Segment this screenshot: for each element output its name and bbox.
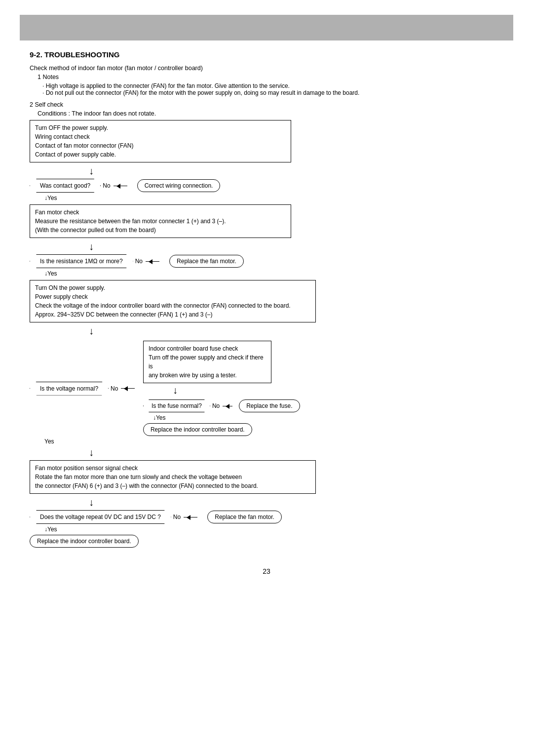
arrow-down-5: ↓ xyxy=(89,447,94,458)
arrow-line-5 xyxy=(184,517,197,517)
flowchart-box1: Turn OFF the power supply. Wiring contac… xyxy=(30,120,503,162)
conditions-label: Conditions : The indoor fan does not rot… xyxy=(38,110,503,117)
result-board2-box: Replace the indoor controller board. xyxy=(30,535,139,548)
arrow-head-1 xyxy=(116,184,131,189)
header-bar xyxy=(20,15,513,40)
svg-marker-1 xyxy=(149,259,152,264)
arrow-line-2 xyxy=(146,261,159,262)
self-check-label: 2 Self check xyxy=(30,101,503,108)
diamond1-row: Was contact good? No Correct wiring conn… xyxy=(30,179,503,193)
flowchart-box5: Fan motor position sensor signal check R… xyxy=(30,460,503,494)
arrow-head-5 xyxy=(187,515,201,520)
result-board1-box: Replace the indoor controller board. xyxy=(143,423,252,436)
box2-line1: Fan motor check xyxy=(35,209,79,216)
arrow-head-2 xyxy=(149,259,163,264)
svg-marker-4 xyxy=(187,515,190,520)
result5-text: Replace the fan motor. xyxy=(215,514,274,520)
result-board2-text: Replace the indoor controller board. xyxy=(37,538,131,545)
sub-flow-box4: Indoor controller board fuse check Turn … xyxy=(143,341,300,436)
diamond4-row: Is the fuse normal? No Replace the fuse. xyxy=(143,399,300,412)
notes-label: 1 Notes xyxy=(38,74,503,80)
arrow-down-3: ↓ xyxy=(89,325,94,336)
arrow-line-1 xyxy=(114,186,127,186)
page-number: 23 xyxy=(30,567,503,575)
box5-line1: Fan motor position sensor signal check xyxy=(35,465,138,472)
box4-line1: Indoor controller board fuse check xyxy=(149,345,238,352)
note1: · High voltage is applied to the connect… xyxy=(42,82,503,89)
box1-line2: Wiring contact check xyxy=(35,133,90,140)
box4-line3: any broken wire by using a tester. xyxy=(149,372,237,379)
no1-label: No xyxy=(103,182,110,189)
box4-rect: Indoor controller board fuse check Turn … xyxy=(143,341,271,383)
box2-line2: Measure the resistance between the fan m… xyxy=(35,218,226,225)
yes3-label: Yes xyxy=(44,438,54,445)
box3-line3: Check the voltage of the indoor controll… xyxy=(35,302,291,309)
box1-line1: Turn OFF the power supply. xyxy=(35,124,108,131)
arrow-down-4: ↓ xyxy=(173,385,178,396)
no2-label: No xyxy=(135,258,143,265)
result4-box: Replace the fuse. xyxy=(239,399,300,412)
box3-line2: Power supply check xyxy=(35,293,88,300)
diamond3-row: Is the voltage normal? No Indoor control… xyxy=(30,341,300,436)
box3-line4: Approx. 294~325V DC between the connecte… xyxy=(35,311,213,318)
box2-line3: (With the connector pulled out from the … xyxy=(35,227,156,234)
result-board1-text: Replace the indoor controller board. xyxy=(151,426,245,433)
box3-rect: Turn ON the power supply. Power supply c… xyxy=(30,280,316,322)
box3-line1: Turn ON the power supply. xyxy=(35,284,105,291)
flowchart-box2: Fan motor check Measure the resistance b… xyxy=(30,204,503,238)
svg-marker-0 xyxy=(116,184,120,189)
diamond5: Does the voltage repeat 0V DC and 15V DC… xyxy=(30,510,171,524)
diamond4: Is the fuse normal? xyxy=(143,399,210,412)
result1-text: Correct wiring connection. xyxy=(145,182,213,189)
svg-marker-3 xyxy=(226,404,229,409)
box1-line4: Contact of power supply cable. xyxy=(35,151,116,158)
result2-text: Replace the fan motor. xyxy=(177,258,236,265)
result2-box: Replace the fan motor. xyxy=(169,255,244,268)
svg-marker-2 xyxy=(124,386,128,391)
note2: · Do not pull out the connector (FAN) fo… xyxy=(42,89,503,96)
diamond3-col: Is the voltage normal? No Indoor control… xyxy=(30,339,300,445)
box5-rect: Fan motor position sensor signal check R… xyxy=(30,460,316,494)
arrow-line-3 xyxy=(121,388,135,389)
arrow-down-2: ↓ xyxy=(89,241,94,252)
flowchart-box3: Turn ON the power supply. Power supply c… xyxy=(30,280,503,322)
box1-rect: Turn OFF the power supply. Wiring contac… xyxy=(30,120,291,162)
yes1-label: ↓Yes xyxy=(44,195,503,201)
notes-block: 1 Notes · High voltage is applied to the… xyxy=(38,74,503,96)
no3-label: No xyxy=(111,385,118,392)
arrow-head-4 xyxy=(226,404,236,409)
page: 9-2. TROUBLESHOOTING Check method of ind… xyxy=(0,15,533,756)
yes5-label: ↓Yes xyxy=(44,526,503,533)
diamond3: Is the voltage normal? xyxy=(30,382,109,396)
arrow-down-1: ↓ xyxy=(89,165,94,176)
box1-line3: Contact of fan motor connector (FAN) xyxy=(35,142,133,149)
box2-rect: Fan motor check Measure the resistance b… xyxy=(30,204,291,238)
box5-line2: Rotate the fan motor more than one turn … xyxy=(35,474,242,480)
box4-line2: Turn off the power supply and check if t… xyxy=(149,354,264,370)
arrow-head-3 xyxy=(124,386,139,391)
diamond3-section: Is the voltage normal? No Indoor control… xyxy=(30,339,503,445)
yes2-label: ↓Yes xyxy=(44,270,503,277)
result-board2-container: Replace the indoor controller board. xyxy=(30,535,503,548)
result1-box: Correct wiring connection. xyxy=(137,179,221,192)
result5-box: Replace the fan motor. xyxy=(207,511,282,523)
no5-label: No xyxy=(173,514,181,520)
result4-text: Replace the fuse. xyxy=(246,402,292,409)
diamond1: Was contact good? xyxy=(30,179,101,193)
section-title: 9-2. TROUBLESHOOTING xyxy=(30,50,503,59)
no4-label: No xyxy=(212,402,220,409)
intro-line1: Check method of indoor fan motor (fan mo… xyxy=(30,65,503,72)
diamond2-row: Is the resistance 1MΩ or more? No Replac… xyxy=(30,254,503,268)
arrow-line-4 xyxy=(223,406,232,406)
content: 9-2. TROUBLESHOOTING Check method of ind… xyxy=(0,40,533,605)
diamond2: Is the resistance 1MΩ or more? xyxy=(30,254,133,268)
diamond5-row: Does the voltage repeat 0V DC and 15V DC… xyxy=(30,510,503,524)
box5-line3: the connector (FAN) 6 (+) and 3 (–) with… xyxy=(35,482,258,489)
arrow-down-6: ↓ xyxy=(89,497,94,508)
yes4-label: ↓Yes xyxy=(153,414,166,421)
